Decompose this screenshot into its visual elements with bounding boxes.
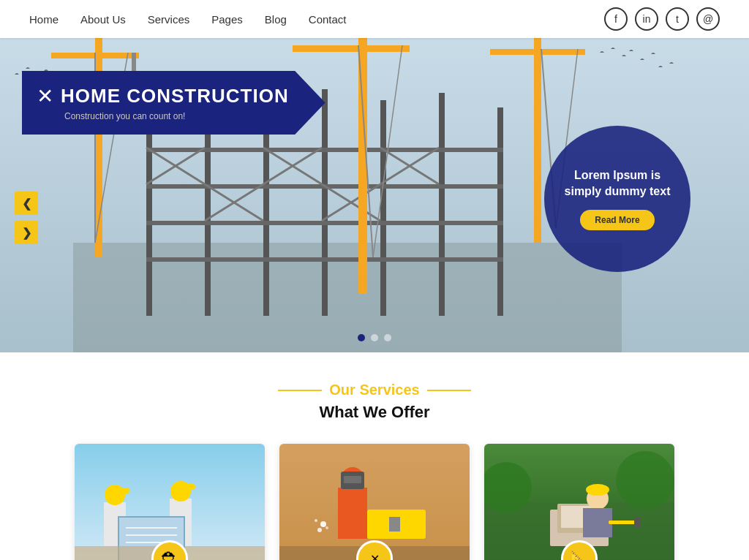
nav-about[interactable]: About Us bbox=[80, 13, 126, 26]
svg-point-56 bbox=[325, 526, 328, 529]
label-line-left bbox=[278, 390, 322, 391]
svg-rect-4 bbox=[263, 104, 269, 316]
twitter-icon[interactable]: t bbox=[666, 7, 689, 31]
svg-rect-33 bbox=[293, 45, 410, 52]
card-1-image: ⛑ bbox=[75, 444, 265, 560]
svg-rect-5 bbox=[322, 89, 328, 316]
logo-banner: ✕ HOME CONSTRUCTION Construction you can… bbox=[22, 71, 325, 135]
svg-point-53 bbox=[320, 521, 326, 527]
svg-rect-52 bbox=[344, 476, 361, 483]
social-icons-group: f in t @ bbox=[604, 7, 720, 31]
hero-section: ✕ HOME CONSTRUCTION Construction you can… bbox=[0, 38, 749, 352]
nav-services[interactable]: Services bbox=[148, 13, 190, 26]
svg-rect-42 bbox=[181, 484, 195, 490]
dot-1[interactable] bbox=[358, 334, 365, 341]
nav-pages[interactable]: Pages bbox=[211, 13, 243, 26]
svg-point-55 bbox=[317, 528, 322, 532]
svg-rect-49 bbox=[338, 488, 367, 539]
service-card-2: ✕ Lorem Ipsum bbox=[279, 444, 470, 560]
services-section: Our Services What We Offer bbox=[0, 352, 749, 560]
svg-point-63 bbox=[616, 451, 674, 510]
logo-title: HOME CONSTRUCTION bbox=[61, 85, 289, 107]
nav-home[interactable]: Home bbox=[29, 13, 59, 26]
hero-circle-text: Lorem Ipsum is simply dummy text bbox=[559, 167, 676, 200]
top-navigation: Home About Us Services Pages Blog Contac… bbox=[0, 0, 749, 38]
svg-rect-28 bbox=[534, 38, 541, 243]
services-label: Our Services bbox=[329, 382, 419, 398]
card-2-image: ✕ bbox=[279, 444, 470, 560]
nav-blog[interactable]: Blog bbox=[265, 13, 287, 26]
card-3-image: 📐 bbox=[484, 444, 674, 560]
hero-info-circle: Lorem Ipsum is simply dummy text Read Mo… bbox=[544, 126, 690, 272]
service-cards-row: ⛑ Lorem Ipsum bbox=[44, 444, 705, 560]
section-label: Our Services bbox=[44, 382, 705, 398]
svg-rect-2 bbox=[146, 111, 152, 316]
svg-rect-58 bbox=[389, 517, 400, 531]
svg-rect-71 bbox=[634, 517, 640, 528]
svg-rect-39 bbox=[115, 488, 129, 493]
svg-rect-7 bbox=[439, 93, 445, 316]
nav-contact[interactable]: Contact bbox=[309, 13, 347, 26]
instagram-icon[interactable]: @ bbox=[696, 7, 720, 31]
logo-subtitle: Construction you can count on! bbox=[64, 111, 289, 121]
nav-links: Home About Us Services Pages Blog Contac… bbox=[29, 13, 347, 26]
slider-next-button[interactable]: ❯ bbox=[15, 221, 38, 244]
svg-rect-11 bbox=[146, 221, 503, 225]
logo-icon: ✕ bbox=[37, 84, 53, 108]
svg-rect-32 bbox=[358, 38, 367, 294]
service-card-1: ⛑ Lorem Ipsum bbox=[75, 444, 265, 560]
slider-dots bbox=[358, 334, 391, 341]
dot-2[interactable] bbox=[371, 334, 378, 341]
slider-prev-button[interactable]: ❮ bbox=[15, 192, 38, 215]
linkedin-icon[interactable]: in bbox=[635, 7, 658, 31]
svg-rect-29 bbox=[490, 49, 585, 55]
service-card-3: 📐 Lorem Ipsum bbox=[484, 444, 674, 560]
svg-rect-8 bbox=[497, 107, 503, 316]
facebook-icon[interactable]: f bbox=[604, 7, 628, 31]
svg-point-54 bbox=[315, 519, 317, 522]
svg-rect-12 bbox=[146, 257, 503, 262]
svg-rect-70 bbox=[609, 521, 638, 524]
svg-point-69 bbox=[586, 484, 609, 496]
svg-rect-6 bbox=[380, 100, 386, 316]
dot-3[interactable] bbox=[384, 334, 391, 341]
read-more-button[interactable]: Read More bbox=[580, 210, 654, 230]
label-line-right bbox=[427, 390, 471, 391]
svg-rect-68 bbox=[583, 508, 612, 537]
services-subtitle: What We Offer bbox=[44, 403, 705, 422]
